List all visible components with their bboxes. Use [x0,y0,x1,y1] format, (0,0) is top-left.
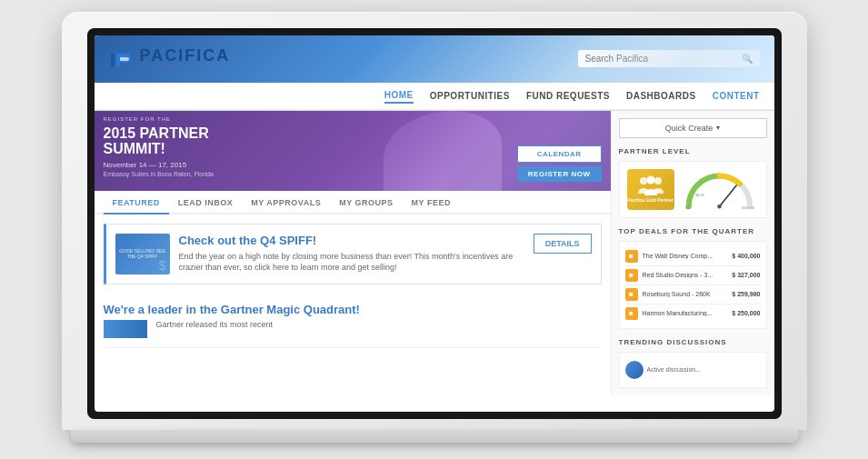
deal-icon-2: ■ [625,288,638,301]
partner-visual: Pacifica Gold Partner [627,169,759,210]
svg-point-5 [717,205,722,209]
search-bar[interactable]: 🔍 [578,50,760,67]
main-content: REGISTER FOR THE 2015 PARTNER SUMMIT! No… [95,111,774,395]
hero-register-label: REGISTER FOR THE [104,116,214,122]
register-button[interactable]: REGISTER NOW [517,166,602,182]
hero-buttons: CALENDAR REGISTER NOW [517,145,602,182]
left-panel: REGISTER FOR THE 2015 PARTNER SUMMIT! No… [95,111,611,395]
hero-title: 2015 PARTNER SUMMIT! [104,125,214,157]
card-action-spiff: DETAILS [534,234,592,254]
site-header: PACIFICA TECHNOLOGY 🔍 HOME OPPORTUNITIES [95,35,774,111]
svg-text:$100.00: $100.00 [742,205,754,209]
deal-name-1: Red Studio Designs - 3... [643,272,728,278]
partner-badge-label: Pacifica Gold Partner [627,197,673,203]
list-item: ■ Roseburg Sound - 260K $ 259,980 [625,285,761,304]
svg-point-3 [654,177,662,185]
hero-title-line2: SUMMIT! [104,141,165,156]
hero-location: Embassy Suites in Boca Raton, Florida [104,171,214,177]
tab-my-groups[interactable]: MY GROUPS [330,191,402,213]
hero-title-line1: 2015 PARTNER [104,125,209,141]
quick-create-label: Quick Create [665,124,713,133]
trending-discussions-title: TRENDING DISCUSSIONS [619,338,767,346]
card-body-spiff: Check out the Q4 SPIFF! End the year on … [179,234,524,274]
tab-my-feed[interactable]: MY FEED [403,191,460,213]
deal-icon-3: ■ [625,307,638,320]
partner-badge: Pacifica Gold Partner [627,169,674,210]
nav-item-home[interactable]: HOME [384,88,414,104]
deal-icon-1: ■ [625,269,638,282]
card-image-spiff: GOOD SELLING! SEE THE Q4 SPIFF $ [115,234,170,274]
deal-icon-0: ■ [625,250,638,263]
laptop-wrapper: PACIFICA TECHNOLOGY 🔍 HOME OPPORTUNITIES [62,12,807,448]
nav-item-fund-requests[interactable]: FUND REQUESTS [526,89,610,103]
tab-featured[interactable]: FEATURED [104,191,169,215]
quick-create-button[interactable]: Quick Create ▾ [619,118,767,138]
search-icon[interactable]: 🔍 [742,54,753,64]
right-panel: Quick Create ▾ PARTNER LEVEL [611,111,774,395]
logo-area: PACIFICA TECHNOLOGY [109,46,231,72]
deal-amount-1: $ 327,000 [732,272,760,278]
laptop-screen: PACIFICA TECHNOLOGY 🔍 HOME OPPORTUNITIES [95,35,774,412]
list-item: ■ Harmon Manufacturing... $ 250,000 [625,304,761,323]
hero-image [384,111,502,191]
money-icon: $ [159,258,166,273]
deal-amount-3: $ 250,000 [732,310,760,316]
trending-avatar [625,361,644,379]
details-button[interactable]: DETAILS [534,234,592,254]
laptop-base [71,430,798,443]
nav-item-dashboards[interactable]: DASHBOARDS [626,89,696,103]
trending-discussions-card: Active discussion... [619,352,767,388]
calendar-button[interactable]: CALENDAR [517,145,602,163]
deal-name-2: Roseburg Sound - 260K [643,291,728,297]
nav-bar: HOME OPPORTUNITIES FUND REQUESTS DASHBOA… [95,83,774,110]
dropdown-arrow-icon: ▾ [716,124,720,132]
trending-text: Active discussion... [647,366,702,373]
tab-my-approvals[interactable]: MY APPROVALS [242,191,330,213]
partner-level-title: PARTNER LEVEL [619,147,767,155]
list-item: GOOD SELLING! SEE THE Q4 SPIFF $ Check o… [104,224,602,284]
search-input[interactable] [585,54,738,64]
hero-date: November 14 — 17, 2015 [104,161,214,169]
logo-text: PACIFICA TECHNOLOGY [140,47,231,70]
svg-text:$0: $0 [685,205,689,209]
top-deals-card: ■ The Walt Disney Comp... $ 400,000 ■ Re… [619,241,767,329]
tab-lead-inbox[interactable]: LEAD INBOX [169,191,243,213]
card-stripe-gartner [104,320,147,338]
deal-amount-2: $ 259,980 [732,291,760,297]
featured-content: GOOD SELLING! SEE THE Q4 SPIFF $ Check o… [95,215,611,357]
header-top: PACIFICA TECHNOLOGY 🔍 [95,35,774,83]
logo-icon [109,46,135,72]
card-text-spiff: End the year on a high note by closing m… [179,251,524,274]
gauge-area: $0 $100.00 $511.00 $50.00 [680,169,759,210]
logo-name: PACIFICA [140,47,231,64]
svg-rect-0 [111,54,115,66]
hero-banner: REGISTER FOR THE 2015 PARTNER SUMMIT! No… [95,111,611,191]
content-tabs: FEATURED LEAD INBOX MY APPROVALS MY GROU… [95,191,611,215]
nav-item-content[interactable]: CONTENT [713,89,760,103]
top-deals-title: TOP DEALS FOR THE QUARTER [619,227,767,235]
svg-point-2 [646,176,654,185]
list-item: Active discussion... [625,358,761,382]
partner-icons [636,175,665,195]
deal-name-3: Harmon Manufacturing... [643,310,728,316]
card-title-spiff: Check out the Q4 SPIFF! [179,234,524,247]
list-item: ■ Red Studio Designs - 3... $ 327,000 [625,266,761,285]
laptop-body: PACIFICA TECHNOLOGY 🔍 HOME OPPORTUNITIES [62,12,807,430]
partner-gauge: $0 $100.00 $511.00 $50.00 [680,169,759,210]
deal-amount-0: $ 400,000 [732,253,760,259]
logo-subtitle: TECHNOLOGY [140,64,231,70]
svg-line-4 [719,185,736,206]
deal-name-0: The Walt Disney Comp... [643,253,728,259]
list-item: ■ The Walt Disney Comp... $ 400,000 [625,247,761,266]
card-body-gartner: Gartner released its most recent [104,320,602,338]
card-title-gartner: We're a leader in the Gartner Magic Quad… [104,303,602,316]
svg-point-1 [640,177,647,185]
card-text-gartner: Gartner released its most recent [156,320,274,329]
list-item: We're a leader in the Gartner Magic Quad… [104,294,602,348]
partner-people-icon [636,175,665,195]
svg-text:$50.00: $50.00 [695,194,704,197]
nav-item-opportunities[interactable]: OPPORTUNITIES [430,89,510,103]
partner-level-card: Pacifica Gold Partner [619,161,767,218]
screen-bezel: PACIFICA TECHNOLOGY 🔍 HOME OPPORTUNITIES [87,28,782,419]
